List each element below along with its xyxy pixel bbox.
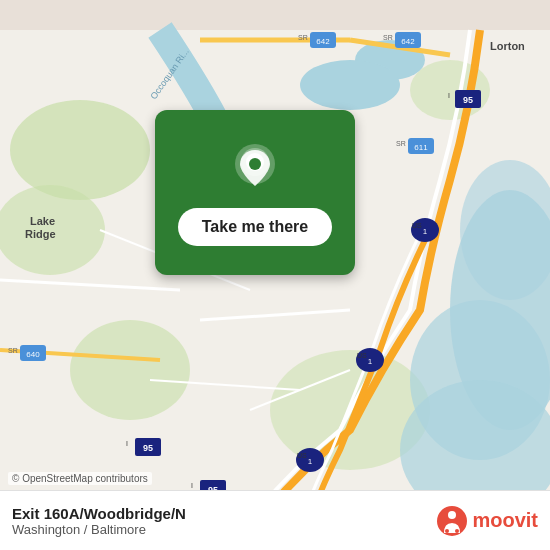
bottom-bar: Exit 160A/Woodbridge/N Washington / Balt…: [0, 490, 550, 550]
svg-text:I: I: [191, 482, 193, 489]
svg-text:I: I: [448, 92, 450, 99]
copyright-notice: © OpenStreetMap contributors: [8, 472, 152, 485]
moovit-brand-text: moovit: [472, 509, 538, 532]
location-sub: Washington / Baltimore: [12, 522, 436, 537]
svg-point-60: [445, 529, 449, 533]
moovit-logo[interactable]: moovit: [436, 505, 538, 537]
svg-point-59: [448, 511, 456, 519]
svg-point-9: [300, 60, 400, 110]
pin-icon: [227, 140, 283, 196]
svg-text:642: 642: [401, 37, 415, 46]
svg-point-3: [70, 320, 190, 420]
svg-text:SR: SR: [383, 34, 393, 41]
svg-text:1: 1: [423, 227, 428, 236]
moovit-brand-icon: [436, 505, 468, 537]
bottom-left: Exit 160A/Woodbridge/N Washington / Balt…: [12, 505, 436, 537]
svg-text:SR: SR: [298, 34, 308, 41]
svg-point-57: [249, 158, 261, 170]
svg-text:Ridge: Ridge: [25, 228, 56, 240]
svg-text:US: US: [412, 222, 422, 229]
svg-text:95: 95: [463, 95, 473, 105]
svg-text:US: US: [357, 352, 367, 359]
svg-point-61: [455, 529, 459, 533]
svg-text:640: 640: [26, 350, 40, 359]
svg-text:642: 642: [316, 37, 330, 46]
take-me-button[interactable]: Take me there: [178, 208, 332, 246]
map-container: 642 SR 642 SR 95 I 1 US 1 US 611 SR 640 …: [0, 0, 550, 550]
svg-text:I: I: [126, 440, 128, 447]
svg-text:95: 95: [143, 443, 153, 453]
svg-text:Lake: Lake: [30, 215, 55, 227]
svg-text:US: US: [297, 452, 307, 459]
svg-text:Lorton: Lorton: [490, 40, 525, 52]
svg-point-1: [10, 100, 150, 200]
svg-text:1: 1: [368, 357, 373, 366]
svg-text:SR: SR: [396, 140, 406, 147]
svg-text:SR: SR: [8, 347, 18, 354]
svg-text:1: 1: [308, 457, 313, 466]
svg-text:611: 611: [414, 143, 428, 152]
location-name: Exit 160A/Woodbridge/N: [12, 505, 436, 522]
map-svg: 642 SR 642 SR 95 I 1 US 1 US 611 SR 640 …: [0, 0, 550, 550]
action-card: Take me there: [155, 110, 355, 275]
